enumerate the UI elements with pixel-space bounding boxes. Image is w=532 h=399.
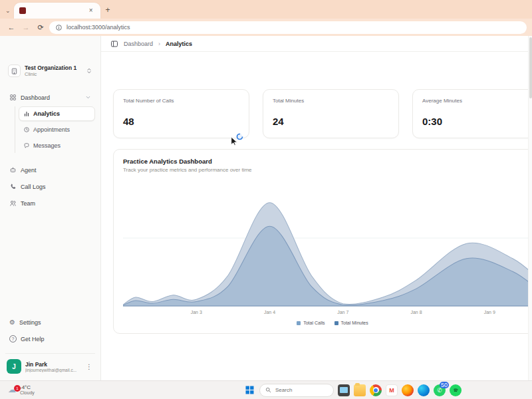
team-users-icon <box>9 200 17 207</box>
browser-tab-strip: ⌄ × + <box>0 0 532 19</box>
sidebar-item-label: Analytics <box>33 110 60 117</box>
sidebar-item-label: Team <box>21 200 35 207</box>
search-icon <box>265 387 271 393</box>
new-tab-button[interactable]: + <box>100 5 116 19</box>
address-bar[interactable]: localhost:3000/analytics <box>49 21 527 34</box>
chart-subtitle: Track your practice metrics and performa… <box>123 167 532 173</box>
x-tick: Jan 7 <box>337 310 348 315</box>
stats-row: Total Number of Calls 48 Total Minutes 2… <box>101 89 532 138</box>
sidebar-item-label: Messages <box>33 142 61 149</box>
weather-temperature: -4°C <box>20 384 35 391</box>
user-email: jinjourneywithai@gmail.c... <box>25 368 80 372</box>
sidebar-item-label: Appointments <box>33 126 70 133</box>
spotify-waves-icon <box>452 386 460 394</box>
scrollbar-thumb[interactable] <box>529 37 532 98</box>
spotify-icon[interactable] <box>450 384 462 396</box>
breadcrumb-separator: › <box>158 41 160 47</box>
sidebar-item-appointments[interactable]: Appointments <box>19 122 95 137</box>
avatar: J <box>7 359 21 374</box>
user-name: Jin Park <box>25 361 80 368</box>
sidebar-footer: ⚙ Settings ? Get Help J Jin Park jinjour… <box>5 315 95 374</box>
user-menu[interactable]: J Jin Park jinjourneywithai@gmail.c... ⋮ <box>5 353 95 374</box>
legend-item-total-calls: Total Calls <box>297 321 325 325</box>
gear-icon: ⚙ <box>9 319 15 326</box>
sidebar-nav: Dashboard Analytics <box>5 90 95 211</box>
user-menu-dots-icon[interactable]: ⋮ <box>84 362 94 372</box>
breadcrumb-parent[interactable]: Dashboard <box>124 41 153 47</box>
legend-item-total-minutes: Total Minutes <box>334 321 368 325</box>
page-scrollbar <box>528 36 532 380</box>
weather-texts: -4°C Cloudy <box>20 384 35 396</box>
site-info-icon[interactable] <box>55 24 63 31</box>
sidebar-toggle-icon[interactable] <box>110 40 118 48</box>
chart-plot <box>123 182 532 309</box>
chat-icon <box>23 142 30 149</box>
dashboard-sub-list: Analytics Appointments Messages <box>15 106 95 153</box>
x-tick: Jan 3 <box>191 310 202 315</box>
main-content: Dashboard › Analytics Total Number of Ca… <box>101 36 532 380</box>
taskbar-center: Search M ✆ 50 <box>243 384 462 397</box>
help-icon: ? <box>9 335 17 342</box>
sidebar-item-analytics[interactable]: Analytics <box>19 106 95 121</box>
chrome-icon[interactable] <box>370 384 382 396</box>
file-explorer-icon[interactable] <box>354 384 366 396</box>
weather-cloud-icon: ☁ 1 <box>8 386 16 394</box>
chart-title: Practice Analytics Dashboard <box>123 158 532 165</box>
bar-chart-icon <box>23 110 30 117</box>
sidebar-item-agent[interactable]: Agent <box>5 162 95 178</box>
sidebar-item-messages[interactable]: Messages <box>19 138 95 153</box>
sidebar-item-call-logs[interactable]: Call Logs <box>5 179 95 194</box>
stat-label: Average Minutes <box>422 98 532 104</box>
sidebar-item-settings[interactable]: ⚙ Settings <box>5 315 95 330</box>
chevrons-up-down-icon <box>86 67 92 74</box>
chart-legend: Total Calls Total Minutes <box>123 321 532 325</box>
tab-search-chevron-icon[interactable]: ⌄ <box>4 7 14 19</box>
sidebar-items-group: Agent Call Logs Team <box>5 162 95 211</box>
virtual-desktop-icon[interactable] <box>338 384 350 396</box>
search-label: Search <box>275 387 292 393</box>
sidebar-item-label: Get Help <box>21 336 45 342</box>
whatsapp-badge: 50 <box>440 382 449 388</box>
clock-icon <box>23 126 30 133</box>
tab-close-icon[interactable]: × <box>87 7 95 15</box>
browser-toolbar: ← → ⟳ localhost:3000/analytics <box>0 19 532 36</box>
building-icon <box>8 65 21 77</box>
windows-taskbar: ☁ 1 -4°C Cloudy Search M <box>0 380 532 399</box>
whatsapp-icon[interactable]: ✆ 50 <box>434 384 446 396</box>
edge-icon[interactable] <box>418 384 430 396</box>
stat-card-average-minutes: Average Minutes 0:30 <box>412 89 532 138</box>
forward-icon: → <box>20 23 32 31</box>
user-texts: Jin Park jinjourneywithai@gmail.c... <box>25 361 80 372</box>
browser-tab[interactable]: × <box>14 3 100 19</box>
windows-logo-icon <box>245 386 254 394</box>
analytics-chart-svg <box>123 182 532 309</box>
x-axis-ticks: Jan 3 Jan 4 Jan 7 Jan 8 Jan 9 <box>123 310 532 318</box>
sidebar-item-dashboard[interactable]: Dashboard <box>5 90 95 105</box>
gmail-icon[interactable]: M <box>386 384 398 396</box>
back-icon[interactable]: ← <box>5 23 17 31</box>
legend-swatch <box>297 321 301 325</box>
stat-value: 48 <box>123 116 239 127</box>
refresh-icon[interactable]: ⟳ <box>35 23 47 32</box>
breadcrumb-bar: Dashboard › Analytics <box>101 36 532 52</box>
org-selector[interactable]: Test Organization 1 Clinic <box>5 63 95 79</box>
stat-value: 24 <box>273 116 389 127</box>
org-subtitle: Clinic <box>25 71 82 77</box>
legend-label: Total Calls <box>303 321 325 325</box>
legend-label: Total Minutes <box>341 321 368 325</box>
org-texts: Test Organization 1 Clinic <box>25 65 82 77</box>
sidebar-item-label: Settings <box>19 319 41 326</box>
taskbar-search[interactable]: Search <box>259 384 334 397</box>
app-window: Test Organization 1 Clinic Dashboard <box>0 36 532 380</box>
start-button[interactable] <box>243 384 255 396</box>
legend-swatch <box>334 321 338 325</box>
firefox-icon[interactable] <box>402 384 414 396</box>
stat-label: Total Number of Calls <box>123 98 239 104</box>
taskbar-weather-widget[interactable]: ☁ 1 -4°C Cloudy <box>5 383 37 398</box>
stat-card-total-calls: Total Number of Calls 48 <box>113 89 249 138</box>
sidebar-item-get-help[interactable]: ? Get Help <box>5 331 95 346</box>
stat-label: Total Minutes <box>273 98 389 104</box>
x-tick: Jan 8 <box>410 310 422 315</box>
sidebar-item-team[interactable]: Team <box>5 196 95 211</box>
weather-condition: Cloudy <box>20 390 35 396</box>
